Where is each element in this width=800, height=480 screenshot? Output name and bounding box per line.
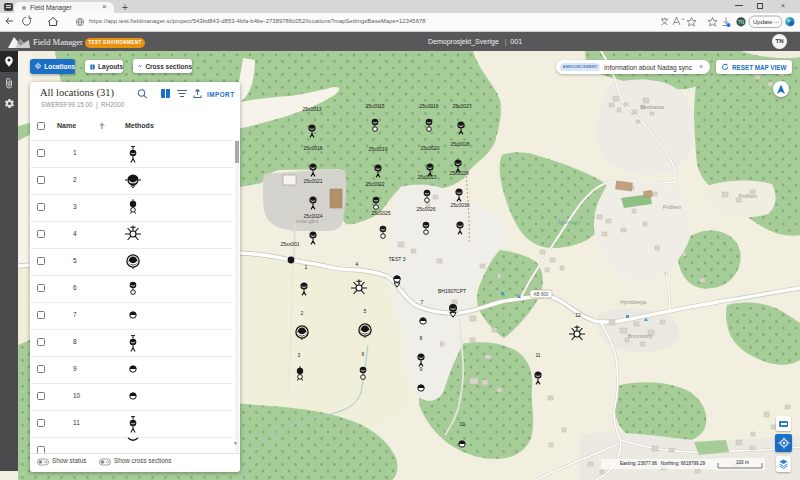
svg-text:25c0013: 25c0013 bbox=[302, 106, 321, 112]
svg-text:12: 12 bbox=[575, 312, 581, 318]
svg-text:25xx001: 25xx001 bbox=[281, 241, 300, 247]
svg-text:25c0023: 25c0023 bbox=[417, 174, 436, 180]
svg-text:25c0015: 25c0015 bbox=[365, 103, 384, 109]
svg-text:25c0019: 25c0019 bbox=[368, 146, 387, 152]
svg-text:2: 2 bbox=[301, 310, 304, 316]
svg-text:3: 3 bbox=[298, 352, 301, 358]
svg-text:25c0025: 25c0025 bbox=[371, 210, 390, 216]
svg-text:6: 6 bbox=[362, 351, 365, 357]
svg-text:10: 10 bbox=[459, 421, 465, 427]
svg-text:25c0027: 25c0027 bbox=[452, 103, 471, 109]
svg-text:7: 7 bbox=[421, 299, 424, 305]
svg-text:1: 1 bbox=[305, 264, 308, 270]
svg-text:8: 8 bbox=[420, 335, 423, 341]
svg-text:25c0026: 25c0026 bbox=[416, 206, 435, 212]
svg-text:25c0029: 25c0029 bbox=[449, 170, 468, 176]
svg-text:25c0030: 25c0030 bbox=[450, 202, 469, 208]
svg-text:25c0024: 25c0024 bbox=[303, 213, 322, 219]
svg-text:25c0016: 25c0016 bbox=[419, 103, 438, 109]
svg-text:TN: TN bbox=[738, 20, 744, 25]
svg-text:25c0020: 25c0020 bbox=[420, 145, 439, 151]
svg-text:BH1907CPT: BH1907CPT bbox=[438, 288, 466, 294]
svg-text:9: 9 bbox=[420, 366, 423, 372]
svg-text:⋯: ⋯ bbox=[773, 19, 779, 25]
svg-text:25c0021: 25c0021 bbox=[303, 178, 322, 184]
svg-text:25c0018: 25c0018 bbox=[303, 145, 322, 151]
svg-text:25c0028: 25c0028 bbox=[450, 141, 469, 147]
svg-text:4: 4 bbox=[356, 261, 359, 267]
svg-text:5: 5 bbox=[364, 308, 367, 314]
svg-text:11: 11 bbox=[535, 352, 540, 358]
svg-text:TEST 3: TEST 3 bbox=[389, 256, 406, 262]
svg-text:Update: Update bbox=[753, 19, 773, 25]
svg-text:25c0022: 25c0022 bbox=[365, 181, 384, 187]
